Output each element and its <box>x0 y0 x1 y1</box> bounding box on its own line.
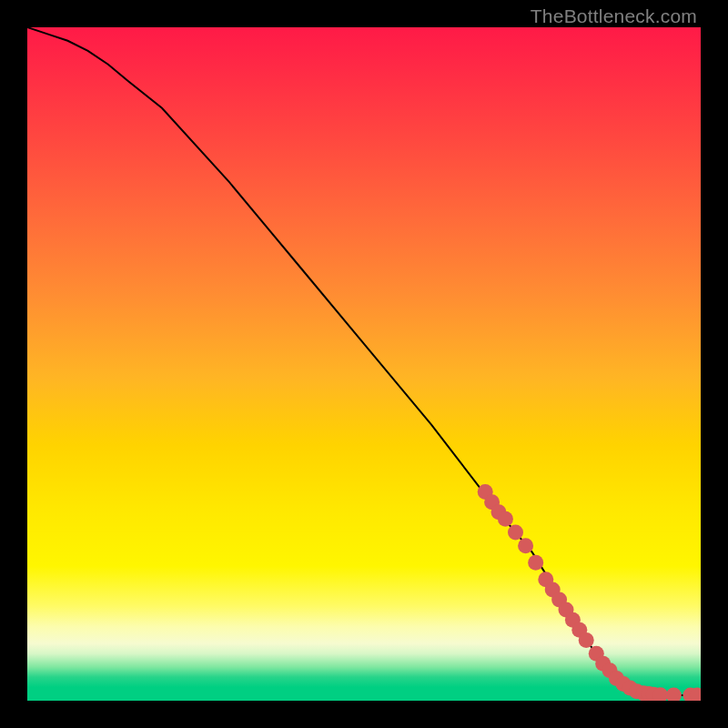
highlight-point <box>508 525 523 541</box>
watermark-text: TheBottleneck.com <box>531 5 697 27</box>
highlight-point <box>498 511 513 527</box>
highlight-point <box>666 688 682 701</box>
chart-area <box>27 27 701 701</box>
highlight-point <box>518 538 533 553</box>
highlight-point <box>579 632 594 648</box>
highlight-point <box>528 555 543 571</box>
chart-overlay <box>27 27 701 701</box>
curve-line <box>27 27 701 695</box>
